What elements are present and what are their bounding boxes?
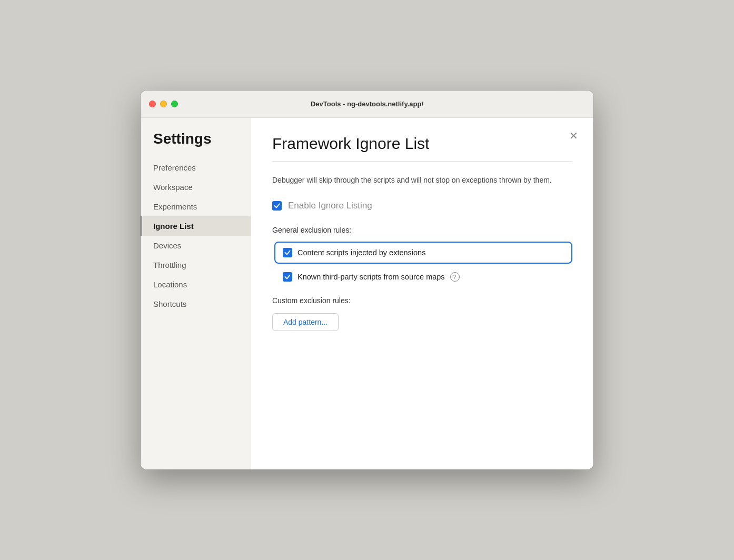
title-divider (272, 161, 572, 162)
content-scripts-label: Content scripts injected by extensions (297, 248, 425, 257)
sidebar-item-preferences[interactable]: Preferences (141, 158, 251, 177)
enable-ignore-listing-label: Enable Ignore Listing (288, 201, 372, 211)
page-title: Framework Ignore List (272, 135, 572, 153)
sidebar-item-workspace[interactable]: Workspace (141, 177, 251, 197)
sidebar-item-shortcuts[interactable]: Shortcuts (141, 294, 251, 314)
exclusion-rules-list: Content scripts injected by extensions K… (272, 242, 572, 282)
third-party-checkbox[interactable] (283, 272, 292, 282)
checkmark-icon (284, 274, 291, 280)
sidebar-item-experiments[interactable]: Experiments (141, 197, 251, 216)
sidebar-item-throttling[interactable]: Throttling (141, 255, 251, 275)
close-settings-button[interactable]: ✕ (566, 128, 581, 143)
third-party-label: Known third-party scripts from source ma… (297, 273, 445, 281)
rule-content-scripts-row: Content scripts injected by extensions (274, 242, 572, 264)
sidebar-item-devices[interactable]: Devices (141, 236, 251, 255)
sidebar: Settings Preferences Workspace Experimen… (141, 118, 251, 469)
titlebar: DevTools - ng-devtools.netlify.app/ (141, 91, 593, 118)
checkmark-icon (284, 249, 291, 256)
checkmark-icon (274, 203, 280, 209)
main-content: ✕ Framework Ignore List Debugger will sk… (251, 118, 593, 469)
maximize-window-button[interactable] (171, 101, 178, 107)
description-text: Debugger will skip through the scripts a… (272, 174, 572, 186)
minimize-window-button[interactable] (160, 101, 167, 107)
rule-third-party-row: Known third-party scripts from source ma… (283, 272, 572, 282)
traffic-lights (149, 101, 178, 107)
general-exclusion-label: General exclusion rules: (272, 226, 572, 234)
window: DevTools - ng-devtools.netlify.app/ Sett… (141, 91, 593, 469)
window-body: Settings Preferences Workspace Experimen… (141, 118, 593, 469)
custom-exclusion-section: Custom exclusion rules: Add pattern... (272, 296, 572, 331)
custom-exclusion-label: Custom exclusion rules: (272, 296, 572, 305)
add-pattern-button[interactable]: Add pattern... (272, 313, 339, 331)
sidebar-item-ignore-list[interactable]: Ignore List (141, 216, 251, 236)
sidebar-item-locations[interactable]: Locations (141, 275, 251, 294)
content-scripts-checkbox[interactable] (283, 248, 292, 257)
window-title: DevTools - ng-devtools.netlify.app/ (311, 100, 423, 108)
close-window-button[interactable] (149, 101, 156, 107)
enable-ignore-listing-row: Enable Ignore Listing (272, 201, 572, 211)
sidebar-heading: Settings (141, 131, 251, 158)
enable-ignore-listing-checkbox[interactable] (272, 201, 282, 211)
help-icon[interactable]: ? (450, 272, 460, 282)
